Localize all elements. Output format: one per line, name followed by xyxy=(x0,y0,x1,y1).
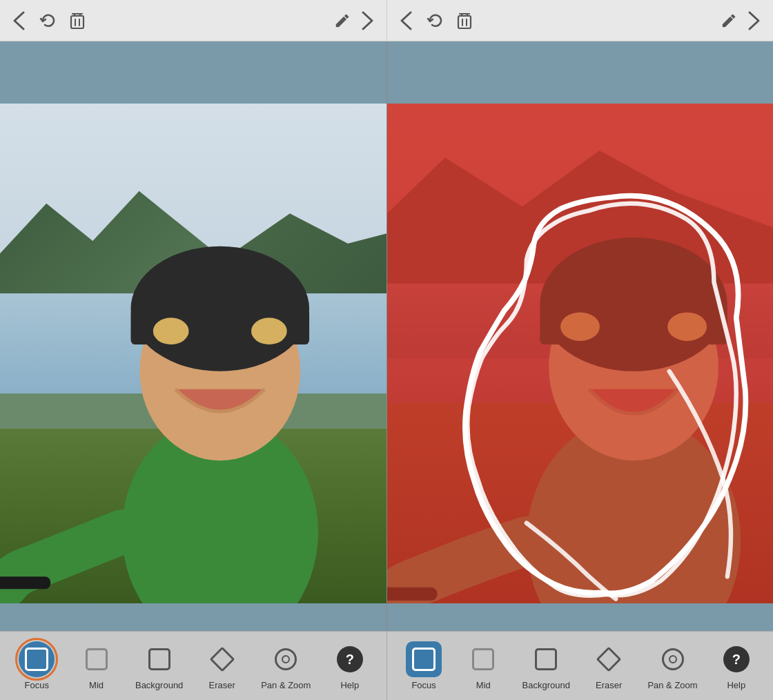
pan-zoom-label-right: Pan & Zoom xyxy=(647,680,697,690)
bg-square-icon-right xyxy=(535,648,557,670)
help-icon-wrap-left: ? xyxy=(332,641,368,677)
right-tool-help[interactable]: ? Help xyxy=(716,641,757,690)
back-button-right[interactable] xyxy=(398,10,413,31)
mid-square-icon-left xyxy=(86,648,108,670)
svg-point-18 xyxy=(153,318,189,344)
pan-zoom-label-left: Pan & Zoom xyxy=(261,680,311,690)
left-tool-help[interactable]: ? Help xyxy=(329,641,371,690)
bg-label-right: Background xyxy=(522,680,570,690)
main-content xyxy=(0,41,773,631)
left-photo-area[interactable] xyxy=(0,104,386,603)
mid-label-left: Mid xyxy=(89,680,104,690)
edit-button-right[interactable] xyxy=(721,12,737,29)
pan-zoom-circle-icon-left xyxy=(275,648,297,670)
svg-point-26 xyxy=(667,313,707,341)
left-photo xyxy=(0,104,386,603)
left-gray-top xyxy=(0,41,386,104)
eraser-icon-wrap-left xyxy=(204,641,240,677)
mid-square-icon-right xyxy=(472,648,494,670)
delete-button-right[interactable] xyxy=(456,12,473,30)
right-tool-eraser[interactable]: Eraser xyxy=(588,641,629,690)
pan-zoom-icon-wrap-right xyxy=(655,641,691,677)
pan-zoom-circle-icon-right xyxy=(662,648,684,670)
right-tool-focus[interactable]: Focus xyxy=(403,641,444,690)
svg-point-25 xyxy=(560,313,600,341)
eraser-diamond-icon-left xyxy=(209,647,235,672)
bg-icon-wrap-left xyxy=(141,641,177,677)
left-tool-pan-zoom[interactable]: Pan & Zoom xyxy=(261,641,311,690)
undo-button-left[interactable] xyxy=(39,12,57,30)
right-gray-top xyxy=(387,41,773,104)
eraser-label-right: Eraser xyxy=(596,680,622,690)
right-tool-mid[interactable]: Mid xyxy=(462,641,504,690)
left-tool-eraser[interactable]: Eraser xyxy=(202,641,243,690)
help-icon-wrap-right: ? xyxy=(718,641,754,677)
delete-button-left[interactable] xyxy=(69,12,86,30)
right-gray-bottom xyxy=(387,603,773,631)
svg-rect-6 xyxy=(458,16,471,28)
forward-button-right[interactable] xyxy=(747,10,762,31)
eraser-diamond-icon-right xyxy=(596,647,622,672)
mid-icon-wrap-left xyxy=(79,641,115,677)
svg-point-19 xyxy=(251,318,287,344)
mid-label-right: Mid xyxy=(476,680,491,690)
help-icon-left: ? xyxy=(337,646,363,672)
left-boy-svg xyxy=(0,104,386,603)
left-tool-mid[interactable]: Mid xyxy=(76,641,117,690)
top-toolbar xyxy=(0,0,773,41)
left-toolbar xyxy=(0,0,386,41)
right-photo-area[interactable] xyxy=(387,104,773,603)
mid-icon-wrap-right xyxy=(465,641,501,677)
right-boy-svg xyxy=(387,104,773,603)
edit-button-left[interactable] xyxy=(334,12,351,29)
right-toolbar xyxy=(386,0,773,41)
right-photo xyxy=(387,104,773,603)
focus-square-icon-right xyxy=(412,648,436,671)
svg-rect-0 xyxy=(71,16,84,28)
left-gray-bottom xyxy=(0,603,386,631)
bg-label-left: Background xyxy=(135,680,183,690)
focus-icon-wrap-left xyxy=(19,641,55,677)
help-label-left: Help xyxy=(340,680,359,690)
left-tool-focus[interactable]: Focus xyxy=(16,641,57,690)
bottom-toolbar: Focus Mid Background Eraser xyxy=(0,631,773,700)
help-label-right: Help xyxy=(727,680,745,690)
help-icon-right: ? xyxy=(723,646,750,672)
focus-label-left: Focus xyxy=(24,680,48,690)
right-panel xyxy=(386,41,773,631)
focus-ring-left xyxy=(15,638,58,681)
right-tool-background[interactable]: Background xyxy=(522,641,570,690)
left-tool-background[interactable]: Background xyxy=(135,641,183,690)
forward-button-left[interactable] xyxy=(360,10,375,31)
svg-rect-17 xyxy=(0,576,50,589)
eraser-label-left: Eraser xyxy=(209,680,235,690)
right-bottom-tools: Focus Mid Background Eraser xyxy=(386,632,773,700)
bg-icon-wrap-right xyxy=(528,641,564,677)
eraser-icon-wrap-right xyxy=(591,641,627,677)
undo-button-right[interactable] xyxy=(426,12,444,30)
left-bottom-tools: Focus Mid Background Eraser xyxy=(0,632,386,700)
focus-label-right: Focus xyxy=(411,680,436,690)
svg-rect-27 xyxy=(387,587,438,601)
pan-zoom-icon-wrap-left xyxy=(268,641,304,677)
focus-icon-wrap-right xyxy=(406,641,442,677)
back-button-left[interactable] xyxy=(11,10,26,31)
left-panel xyxy=(0,41,386,631)
bg-square-icon-left xyxy=(148,648,170,670)
right-tool-pan-zoom[interactable]: Pan & Zoom xyxy=(647,641,697,690)
